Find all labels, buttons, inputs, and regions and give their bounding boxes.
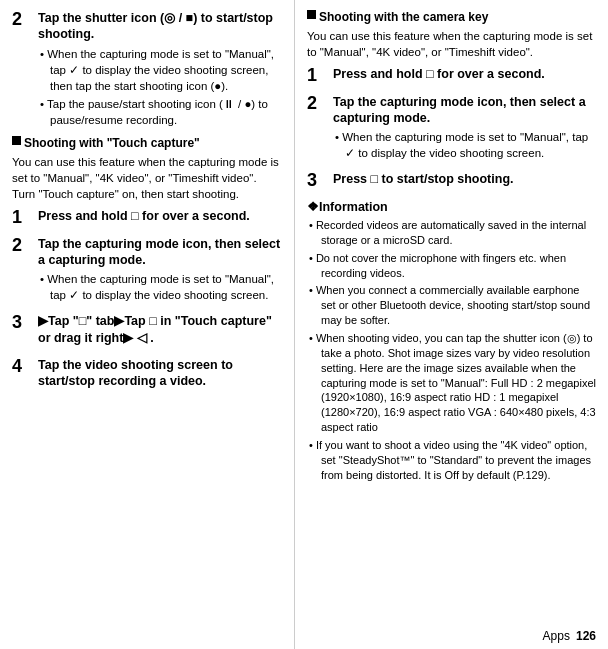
step-2-right-content: Tap the capturing mode icon, then select… [333, 94, 596, 164]
step-2b-left-bullets: When the capturing mode is set to "Manua… [38, 271, 282, 303]
step-2-top-title: Tap the shutter icon (◎ / ■) to start/st… [38, 10, 282, 43]
step-num-3-left: 3 [12, 313, 34, 349]
info-header: ❖Information [307, 199, 596, 214]
step-1-left: 1 Press and hold □ for over a second. [12, 208, 282, 228]
touch-section-heading: Shooting with "Touch capture" [24, 136, 200, 152]
apps-label: Apps [543, 629, 570, 643]
camera-section-heading-row: Shooting with the camera key [307, 10, 596, 26]
step-num-2-right: 2 [307, 94, 329, 164]
step-2-bullet-2: Tap the pause/start shooting icon (⏸ / ●… [40, 96, 282, 128]
info-section: ❖Information Recorded videos are automat… [307, 199, 596, 482]
step-2-right-bullet-1: When the capturing mode is set to "Manua… [335, 129, 596, 161]
page-number: 126 [576, 629, 596, 643]
step-num-1-right: 1 [307, 66, 329, 86]
left-column: 2 Tap the shutter icon (◎ / ■) to start/… [0, 0, 295, 649]
step-2b-left-title: Tap the capturing mode icon, then select… [38, 236, 282, 269]
step-num-4-left: 4 [12, 357, 34, 393]
touch-capture-heading-row: Shooting with "Touch capture" [12, 136, 282, 152]
step-2-right: 2 Tap the capturing mode icon, then sele… [307, 94, 596, 164]
step-1-left-content: Press and hold □ for over a second. [38, 208, 282, 228]
step-2-bullet-1: When the capturing mode is set to "Manua… [40, 46, 282, 94]
step-4-left-content: Tap the video shooting screen to start/s… [38, 357, 282, 393]
camera-section-intro: You can use this feature when the captur… [307, 28, 596, 60]
step-4-left-title: Tap the video shooting screen to start/s… [38, 357, 282, 390]
step-2b-left: 2 Tap the capturing mode icon, then sele… [12, 236, 282, 306]
touch-section-intro: You can use this feature when the captur… [12, 154, 282, 202]
step-2b-left-content: Tap the capturing mode icon, then select… [38, 236, 282, 306]
step-1-right-title: Press and hold □ for over a second. [333, 66, 596, 82]
step-2-top-bullets: When the capturing mode is set to "Manua… [38, 46, 282, 128]
step-3-left-title: ▶Tap "□" tab▶Tap □ in "Touch capture" or… [38, 313, 282, 346]
step-3-left-content: ▶Tap "□" tab▶Tap □ in "Touch capture" or… [38, 313, 282, 349]
step-2-right-bullets: When the capturing mode is set to "Manua… [333, 129, 596, 161]
step-2b-bullet-1: When the capturing mode is set to "Manua… [40, 271, 282, 303]
page: 2 Tap the shutter icon (◎ / ■) to start/… [0, 0, 608, 649]
info-bullet-3: When you connect a commercially availabl… [309, 283, 596, 328]
info-bullet-5: If you want to shoot a video using the "… [309, 438, 596, 483]
info-bullets: Recorded videos are automatically saved … [307, 218, 596, 482]
footer: Apps 126 [543, 629, 596, 643]
step-2-top: 2 Tap the shutter icon (◎ / ■) to start/… [12, 10, 282, 130]
step-num-3-right: 3 [307, 171, 329, 191]
step-3-right-content: Press □ to start/stop shooting. [333, 171, 596, 191]
step-4-left: 4 Tap the video shooting screen to start… [12, 357, 282, 393]
touch-section-marker [12, 136, 21, 145]
step-2-right-title: Tap the capturing mode icon, then select… [333, 94, 596, 127]
step-1-left-title: Press and hold □ for over a second. [38, 208, 282, 224]
camera-section-heading: Shooting with the camera key [319, 10, 488, 26]
camera-section-marker [307, 10, 316, 19]
info-bullet-1: Recorded videos are automatically saved … [309, 218, 596, 248]
step-1-right-content: Press and hold □ for over a second. [333, 66, 596, 86]
step-num-2b-left: 2 [12, 236, 34, 306]
step-1-right: 1 Press and hold □ for over a second. [307, 66, 596, 86]
info-bullet-2: Do not cover the microphone with fingers… [309, 251, 596, 281]
right-column: Shooting with the camera key You can use… [295, 0, 608, 649]
step-2-top-content: Tap the shutter icon (◎ / ■) to start/st… [38, 10, 282, 130]
step-3-right: 3 Press □ to start/stop shooting. [307, 171, 596, 191]
step-3-left: 3 ▶Tap "□" tab▶Tap □ in "Touch capture" … [12, 313, 282, 349]
step-num-1-left: 1 [12, 208, 34, 228]
step-3-right-title: Press □ to start/stop shooting. [333, 171, 596, 187]
info-bullet-4: When shooting video, you can tap the shu… [309, 331, 596, 435]
step-num-2-top: 2 [12, 10, 34, 130]
